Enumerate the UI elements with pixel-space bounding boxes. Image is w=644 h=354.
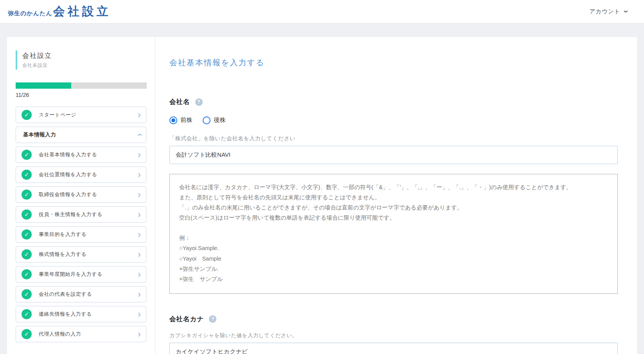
sidebar-step-label: 事業目的を入力する	[39, 231, 138, 238]
company-name-input[interactable]	[169, 146, 618, 164]
company-name-rules-box: 会社名には漢字、カタカナ、ローマ字(大文字、小文字)、数字、一部の符号(「&」、…	[169, 174, 618, 294]
chevron-right-icon: ›	[138, 150, 141, 159]
sidebar-step-label: 基本情報入力	[23, 131, 138, 138]
sidebar-step-item[interactable]: ✓ 代理人情報の入力 ›	[16, 326, 146, 342]
radio-selected-icon	[169, 116, 177, 124]
app-logo[interactable]: 弥生のかんたん 会社設立	[8, 4, 111, 20]
progress-bar	[16, 82, 147, 89]
sidebar-step-label: 連絡先情報を入力する	[39, 311, 138, 318]
sidebar-step-item[interactable]: ✓ 会社位置情報を入力する ›	[16, 166, 146, 183]
chevron-right-icon: ›	[138, 210, 141, 219]
check-icon: ✓	[22, 269, 32, 279]
sidebar-step-item[interactable]: ✓ 会社基本情報を入力する ›	[16, 147, 146, 163]
check-icon: ✓	[22, 229, 32, 240]
sidebar: 会社設立 会社未設定 11/26 ✓ スタートページ › 基本情報入力	[7, 37, 155, 354]
sidebar-step-item[interactable]: ✓ 取締役会情報を入力する ›	[16, 186, 146, 203]
chevron-right-icon: ›	[138, 170, 141, 179]
check-icon: ✓	[22, 209, 32, 220]
radio-atokabu-label: 後株	[214, 116, 226, 124]
sidebar-step-item[interactable]: ✓ 事業年度開始月を入力する ›	[16, 266, 146, 282]
sidebar-step-label: 代理人情報の入力	[39, 331, 138, 338]
sidebar-step-label: 事業年度開始月を入力する	[39, 271, 138, 278]
sidebar-subtitle: 会社未設定	[22, 62, 146, 69]
logo-text-small: 弥生のかんたん	[8, 10, 52, 17]
chevron-up-icon: ›	[135, 133, 144, 136]
check-icon: ✓	[22, 110, 32, 120]
chevron-right-icon: ›	[138, 110, 141, 120]
chevron-right-icon: ›	[138, 230, 141, 239]
app-header: 弥生のかんたん 会社設立 アカウント ›	[0, 0, 644, 23]
sidebar-step-label: 株式情報を入力する	[39, 251, 138, 258]
main-content: 会社基本情報を入力する 会社名 ? 前株 後株 「株式会社」を除いた会社名を入力…	[155, 37, 637, 354]
sidebar-title: 会社設立	[22, 51, 146, 60]
progress-bar-fill	[16, 82, 71, 89]
company-name-kana-section: 会社名カナ ? カブシキガイシャを除いた値を入力してください。	[169, 315, 637, 354]
logo-text-large: 会社設立	[53, 4, 111, 20]
sidebar-step-item[interactable]: ✓ 事業目的を入力する ›	[16, 226, 146, 243]
company-name-kana-input[interactable]	[169, 343, 618, 354]
chevron-right-icon: ›	[138, 250, 141, 259]
company-name-rules: 会社名には漢字、カタカナ、ローマ字(大文字、小文字)、数字、一部の符号(「&」、…	[179, 182, 608, 223]
check-icon: ✓	[22, 190, 32, 200]
account-label: アカウント	[589, 8, 620, 15]
sidebar-step-item[interactable]: ✓ 会社の代表を設定する ›	[16, 286, 146, 302]
help-icon[interactable]: ?	[195, 98, 203, 106]
check-icon: ✓	[22, 249, 32, 259]
company-name-hint: 「株式会社」を除いた会社名を入力してください	[169, 135, 637, 142]
company-name-kana-label: 会社名カナ	[169, 315, 204, 324]
chevron-right-icon: ›	[138, 270, 141, 279]
content-panel: 会社設立 会社未設定 11/26 ✓ スタートページ › 基本情報入力	[7, 37, 637, 354]
sidebar-step-item[interactable]: ✓ 連絡先情報を入力する ›	[16, 306, 146, 322]
sidebar-section-head: 会社設立 会社未設定	[16, 50, 146, 70]
sidebar-step-list: ✓ スタートページ › 基本情報入力 › ✓ 会社基本情報を入力する ›	[16, 107, 146, 342]
company-name-label: 会社名	[169, 98, 190, 106]
progress-section: 11/26	[16, 82, 146, 98]
chevron-right-icon: ›	[138, 190, 141, 199]
check-icon: ✓	[22, 309, 32, 319]
check-icon: ✓	[22, 170, 32, 180]
sidebar-step-item[interactable]: ✓ 株式情報を入力する ›	[16, 246, 146, 263]
help-icon[interactable]: ?	[209, 315, 216, 323]
sidebar-step-label: 会社基本情報を入力する	[39, 151, 138, 158]
radio-unselected-icon	[203, 116, 210, 124]
check-icon: ✓	[22, 150, 32, 160]
progress-label: 11/26	[16, 92, 146, 98]
check-icon: ✓	[22, 289, 32, 299]
sidebar-step-label: 役員・株主情報を入力する	[39, 211, 138, 218]
chevron-down-icon: ›	[622, 10, 630, 13]
sidebar-step-label: 会社位置情報を入力する	[39, 171, 138, 178]
check-icon: ✓	[22, 329, 32, 339]
sidebar-step-item[interactable]: ✓ スタートページ ›	[16, 107, 146, 123]
chevron-right-icon: ›	[138, 309, 141, 319]
sidebar-step-item[interactable]: ✓ 役員・株主情報を入力する ›	[16, 206, 146, 223]
company-name-kana-hint: カブシキガイシャを除いた値を入力してください。	[169, 332, 637, 339]
chevron-right-icon: ›	[138, 290, 141, 299]
radio-atokabu[interactable]: 後株	[203, 116, 226, 124]
radio-maekabu[interactable]: 前株	[169, 116, 192, 124]
account-menu[interactable]: アカウント ›	[589, 7, 628, 16]
company-name-section: 会社名 ? 前株 後株 「株式会社」を除いた会社名を入力してください 会社名には…	[169, 98, 637, 294]
sidebar-step-item[interactable]: 基本情報入力 ›	[16, 127, 146, 143]
sidebar-step-label: 取締役会情報を入力する	[39, 191, 138, 198]
sidebar-step-label: 会社の代表を設定する	[39, 291, 138, 298]
page-title: 会社基本情報を入力する	[169, 57, 637, 68]
sidebar-step-label: スタートページ	[39, 111, 138, 118]
company-name-prefix-radio-group: 前株 後株	[169, 116, 637, 124]
radio-maekabu-label: 前株	[180, 116, 192, 124]
company-name-examples: 例： ○Yayoi.Sample. ○Yayoi Sample ×弥生サンプル.…	[179, 233, 608, 284]
chevron-right-icon: ›	[138, 329, 141, 339]
